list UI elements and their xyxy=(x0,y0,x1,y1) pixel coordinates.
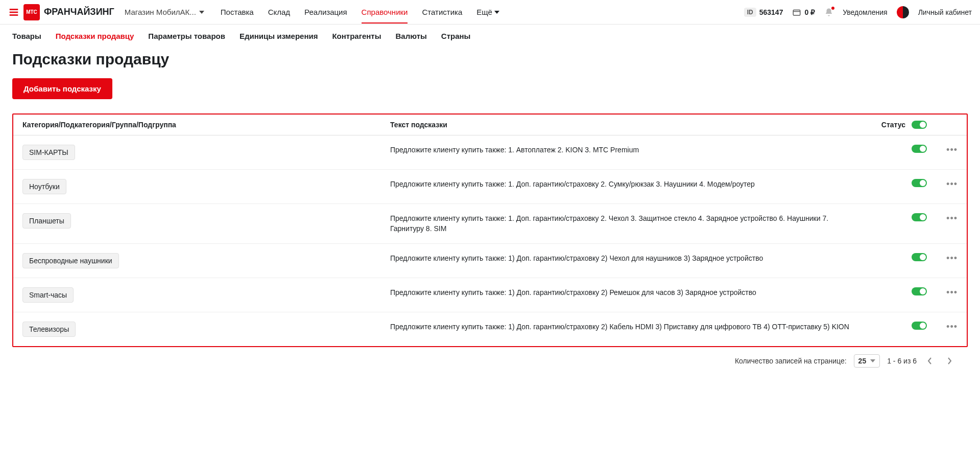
hint-text: Предложите клиенту купить также: 1. Авто… xyxy=(390,145,871,155)
header-status: Статус xyxy=(871,121,927,129)
table-row: Беспроводные наушники Предложите клиенту… xyxy=(13,244,967,278)
row-status-toggle[interactable] xyxy=(912,213,927,221)
notifications-icon[interactable] xyxy=(824,8,833,17)
pagination: Количество записей на странице: 25 1 - 6… xyxy=(12,347,968,375)
hint-text: Предложите клиенту купить также: 1) Доп.… xyxy=(390,322,871,332)
row-status-toggle[interactable] xyxy=(912,179,927,187)
nav-item-statistics[interactable]: Статистика xyxy=(422,2,462,22)
category-tag: Планшеты xyxy=(22,213,71,229)
user-id-badge[interactable]: ID 563147 xyxy=(744,8,783,17)
header-right: ID 563147 0 ₽ Уведомления Личный кабинет xyxy=(744,6,972,18)
subnav-hints[interactable]: Подсказки продавцу xyxy=(56,32,134,40)
hint-text: Предложите клиенту купить также: 1. Доп.… xyxy=(390,179,871,189)
row-actions-menu[interactable]: ••• xyxy=(946,179,958,189)
category-tag: Smart-часы xyxy=(22,287,74,303)
avatar[interactable] xyxy=(897,6,909,18)
row-actions-menu[interactable]: ••• xyxy=(946,145,958,155)
category-tag: Беспроводные наушники xyxy=(22,253,119,268)
prev-page-button[interactable] xyxy=(924,355,936,367)
mts-logo: МТС xyxy=(23,4,40,20)
nav-item-more[interactable]: Ещё xyxy=(476,2,499,22)
header-status-label: Статус xyxy=(881,121,905,129)
header-text: Текст подсказки xyxy=(390,121,871,129)
chevron-left-icon xyxy=(927,357,933,364)
hints-table: Категория/Подкатегория/Группа/Подгруппа … xyxy=(12,113,968,347)
store-selector[interactable]: Магазин МобилАК... xyxy=(125,8,204,16)
per-page-select[interactable]: 25 xyxy=(854,354,880,368)
hint-text: Предложите клиенту купить также: 1) Доп.… xyxy=(390,287,871,298)
per-page-value: 25 xyxy=(858,357,867,365)
main-nav: Поставка Склад Реализация Справочники Ст… xyxy=(221,2,740,22)
category-tag: Телевизоры xyxy=(22,322,76,337)
cabinet-link[interactable]: Личный кабинет xyxy=(918,8,972,16)
row-status-toggle[interactable] xyxy=(912,145,927,153)
hamburger-icon[interactable] xyxy=(8,7,19,18)
pagination-range: 1 - 6 из 6 xyxy=(887,357,917,365)
subnav-goods[interactable]: Товары xyxy=(12,32,41,40)
notification-dot-icon xyxy=(831,7,834,10)
status-master-toggle[interactable] xyxy=(912,121,927,129)
category-tag: Ноутбуки xyxy=(22,179,66,194)
id-chip: ID xyxy=(744,8,756,17)
row-status-toggle[interactable] xyxy=(912,322,927,330)
table-header: Категория/Подкатегория/Группа/Подгруппа … xyxy=(13,115,967,135)
subnav-counterparties[interactable]: Контрагенты xyxy=(332,32,381,40)
hint-text: Предложите клиенту купить также: 1. Доп.… xyxy=(390,213,871,234)
nav-item-supply[interactable]: Поставка xyxy=(221,2,254,22)
table-row: Ноутбуки Предложите клиенту купить также… xyxy=(13,170,967,204)
hint-text: Предложите клиенту купить также: 1) Доп.… xyxy=(390,253,871,263)
notifications-link[interactable]: Уведомления xyxy=(843,8,888,16)
id-value: 563147 xyxy=(759,8,783,16)
caret-down-icon xyxy=(199,10,204,15)
table-row: SIM-КАРТЫ Предложите клиенту купить такж… xyxy=(13,135,967,170)
table-row: Планшеты Предложите клиенту купить также… xyxy=(13,204,967,244)
category-tag: SIM-КАРТЫ xyxy=(22,145,75,160)
page-title: Подсказки продавцу xyxy=(12,51,968,68)
caret-down-icon xyxy=(494,10,499,15)
row-actions-menu[interactable]: ••• xyxy=(946,322,958,332)
nav-item-sales[interactable]: Реализация xyxy=(304,2,347,22)
table-row: Smart-часы Предложите клиенту купить так… xyxy=(13,278,967,312)
store-name: Магазин МобилАК... xyxy=(125,8,196,16)
nav-item-directories[interactable]: Справочники xyxy=(362,2,408,22)
row-status-toggle[interactable] xyxy=(912,287,927,295)
per-page-label: Количество записей на странице: xyxy=(735,357,847,365)
row-actions-menu[interactable]: ••• xyxy=(946,213,958,223)
balance[interactable]: 0 ₽ xyxy=(792,8,815,17)
caret-down-icon xyxy=(870,358,875,363)
brand-name: ФРАНЧАЙЗИНГ xyxy=(44,7,114,17)
wallet-icon xyxy=(792,8,801,17)
next-page-button[interactable] xyxy=(943,355,955,367)
chevron-right-icon xyxy=(947,357,952,364)
main-header: МТС ФРАНЧАЙЗИНГ Магазин МобилАК... Поста… xyxy=(0,0,980,25)
row-actions-menu[interactable]: ••• xyxy=(946,287,958,298)
row-status-toggle[interactable] xyxy=(912,253,927,261)
balance-value: 0 ₽ xyxy=(804,8,815,16)
table-row: Телевизоры Предложите клиенту купить так… xyxy=(13,312,967,346)
nav-more-label: Ещё xyxy=(476,8,492,16)
add-hint-button[interactable]: Добавить подсказку xyxy=(12,78,112,99)
nav-item-warehouse[interactable]: Склад xyxy=(268,2,290,22)
subnav-currencies[interactable]: Валюты xyxy=(396,32,427,40)
sub-nav: Товары Подсказки продавцу Параметры това… xyxy=(0,25,980,45)
header-category: Категория/Подкатегория/Группа/Подгруппа xyxy=(22,121,390,129)
row-actions-menu[interactable]: ••• xyxy=(946,253,958,263)
svg-rect-3 xyxy=(794,10,801,15)
subnav-countries[interactable]: Страны xyxy=(441,32,471,40)
subnav-params[interactable]: Параметры товаров xyxy=(148,32,225,40)
subnav-units[interactable]: Единицы измерения xyxy=(240,32,318,40)
